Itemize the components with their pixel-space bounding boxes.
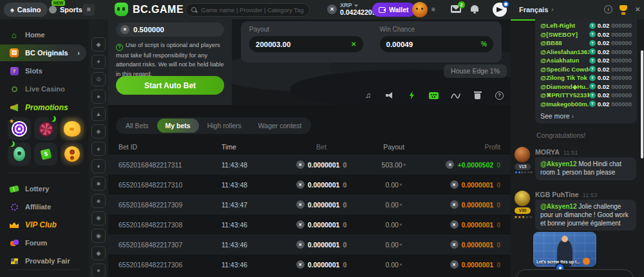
game-shortcut-icon[interactable]: ▲ [91, 107, 106, 121]
music-icon[interactable]: ♫ [363, 91, 373, 100]
promo-wheel-tile[interactable] [34, 117, 57, 140]
game-shortcut-icon[interactable]: ◆ [91, 37, 106, 52]
tip-recipient[interactable]: @AsiakhatunT0.02000000 [540, 56, 632, 65]
game-shortcut-icon[interactable]: ✦ [91, 55, 106, 69]
dice-icon: ⚄ [10, 48, 19, 57]
hotkeys-icon[interactable] [429, 91, 439, 100]
chat-avatar[interactable] [515, 191, 530, 206]
game-shortcut-icon[interactable]: ◈ [91, 124, 106, 138]
info-icon[interactable]: i [604, 5, 612, 14]
promo-spin-tile[interactable] [8, 117, 31, 140]
bcgame-logo[interactable]: BC.GAME [115, 3, 184, 16]
sidebar-item-label: BC Originals [25, 49, 68, 57]
search-input[interactable] [201, 6, 304, 14]
wallet-button[interactable]: Wallet [372, 3, 415, 17]
language-selector[interactable]: Français [519, 6, 548, 14]
table-row[interactable]: 65520168482217310 11:43:48 ✕0.00000010 0… [108, 175, 511, 195]
emoji-reaction-badge[interactable] [583, 258, 590, 265]
close-icon[interactable]: ✕ [635, 6, 640, 13]
trends-icon[interactable] [451, 91, 460, 100]
chat-avatar[interactable] [515, 147, 530, 162]
promo-piggy-tile[interactable] [61, 117, 84, 140]
tab-high-rollers[interactable]: High rollers [199, 119, 250, 133]
help-icon[interactable]: ? [495, 91, 504, 100]
sidebar-item-slots[interactable]: 7 Slots [0, 62, 86, 79]
game-shortcut-icon[interactable]: ✱ [91, 211, 106, 225]
promo-rocket-tile[interactable] [8, 142, 31, 166]
promo-deals-tile[interactable]: $ [34, 142, 57, 166]
start-auto-bet-button[interactable]: Start Auto Bet [116, 76, 224, 95]
user-avatar[interactable] [412, 2, 428, 17]
chat-gif-attachment[interactable]: Let's screw this up t... [533, 232, 596, 267]
sidebar-item-forum[interactable]: Forum [0, 234, 86, 251]
sidebar-item-live-casino[interactable]: Live Casino [0, 81, 86, 97]
game-shortcut-icon[interactable]: ● [91, 90, 106, 104]
sports-tab[interactable]: Sports NEW [43, 3, 89, 17]
tip-recipient[interactable]: @Zilong Tik TokT0.02000000 [540, 73, 632, 82]
payout-label: Payout [249, 26, 363, 33]
reset-icon[interactable] [473, 91, 482, 100]
trophy-icon[interactable] [620, 5, 627, 11]
casino-tab[interactable]: ♠ Casino [4, 3, 48, 17]
game-shortcut-icon[interactable]: ♦ [91, 159, 106, 173]
sidebar-item-affiliate[interactable]: Affiliate [0, 198, 86, 215]
table-row[interactable]: 65520168482217307 11:43:46 ✕0.00000010 0… [108, 234, 511, 254]
sidebar-item-bc-originals[interactable]: ⚄ BC Originals › [0, 44, 86, 61]
mention-link[interactable]: @Aksyen12 [540, 160, 576, 167]
mail-icon[interactable]: 2 [451, 5, 461, 13]
logo-wordmark: BC.GAME [133, 4, 184, 15]
sidebar-collapse-button[interactable]: ≡ [83, 4, 95, 15]
chat-username[interactable]: MORYA11:51 [535, 148, 578, 156]
gif-person-face [562, 236, 568, 242]
table-row[interactable]: 65520168482217308 11:43:46 ✕0.00000010 0… [108, 215, 511, 234]
bet-slip-icon[interactable]: ≡ [431, 6, 439, 14]
balance-display[interactable]: ✕ XRP 0.04242205 [327, 2, 375, 16]
bet-time: 11:43:48 [222, 161, 279, 169]
sidebar-item-vip-club[interactable]: VIP Club [0, 216, 86, 233]
mention-link[interactable]: @Aksyen12 [540, 203, 576, 210]
game-shortcut-icon[interactable]: ■ [91, 177, 106, 191]
chat-toggle-icon[interactable] [493, 3, 507, 17]
xrp-coin-icon: ✕ [296, 200, 305, 209]
game-shortcut-icon[interactable]: ◉ [91, 229, 106, 243]
payout-input[interactable]: 200003.00 ✕ [249, 36, 363, 52]
table-row[interactable]: 65520168482217306 11:43:46 ✕0.00000010 0… [108, 254, 511, 274]
table-row[interactable]: 65520168482217311 11:43:48 ✕0.00000010 5… [108, 155, 511, 175]
sidebar-item-promotions[interactable]: Promotions [0, 99, 86, 116]
tip-recipient[interactable]: @Left-RightT0.02000000 [540, 21, 632, 30]
tip-recipient[interactable]: @✖PRITTY5233✖T0.02000000 [540, 91, 632, 100]
tab-wager-contest[interactable]: Wager contest [250, 119, 310, 133]
table-row[interactable]: 65520168482217309 11:43:47 ✕0.00000010 0… [108, 195, 511, 215]
game-shortcut-icon[interactable]: ♣ [91, 194, 106, 208]
sidebar-item-home[interactable]: ⌂ Home [0, 26, 86, 43]
sidebar-item-provably-fair[interactable]: Provably Fair [0, 253, 86, 269]
bet-amount-input[interactable]: ✕ 0.500000 [116, 23, 224, 37]
game-shortcut-icon[interactable]: ◆ [91, 246, 106, 260]
tip-recipient[interactable]: @Aliesfahan1363T0.02000000 [540, 48, 632, 57]
tip-recipient[interactable]: @BB88T0.02000000 [540, 39, 632, 48]
game-shortcut-icon[interactable]: ⊙ [91, 72, 106, 86]
tab-my-bets[interactable]: My bets [157, 119, 199, 133]
token-coin-icon: T [589, 83, 596, 90]
xrp-coin-icon: ✕ [296, 220, 305, 229]
game-shortcut-icon[interactable]: ♠ [91, 142, 106, 156]
win-chance-input[interactable]: 0.00049 % [380, 36, 494, 52]
xrp-coin-icon: ✕ [296, 180, 305, 189]
game-search[interactable] [185, 3, 310, 17]
chat-username[interactable]: KGB PuhTine11:53 [535, 191, 598, 198]
tip-recipient[interactable]: @[SWEBOY]T0.02000000 [540, 30, 632, 39]
tab-all-bets[interactable]: All Bets [117, 119, 157, 133]
tip-recipient[interactable]: @Diamond◆Hu..T0.02000000 [540, 82, 632, 91]
sound-icon[interactable] [385, 91, 395, 100]
see-more-link[interactable]: See more› [540, 112, 632, 120]
sidebar-item-label: Lottery [25, 185, 49, 193]
tip-recipient[interactable]: @Specific CowdenT0.02000000 [540, 65, 632, 74]
chat-message-input[interactable] [516, 269, 634, 277]
bell-icon[interactable] [471, 5, 478, 12]
turbo-bolt-icon[interactable] [407, 91, 417, 100]
sidebar-item-lottery[interactable]: Lottery [0, 180, 86, 197]
promo-bonus-tile[interactable] [61, 142, 84, 166]
chat-scrollbar[interactable] [641, 50, 643, 158]
game-shortcut-icon[interactable]: ● [91, 263, 106, 277]
tip-recipient[interactable]: @Imakegob00m...T0.02000000 [540, 100, 632, 109]
